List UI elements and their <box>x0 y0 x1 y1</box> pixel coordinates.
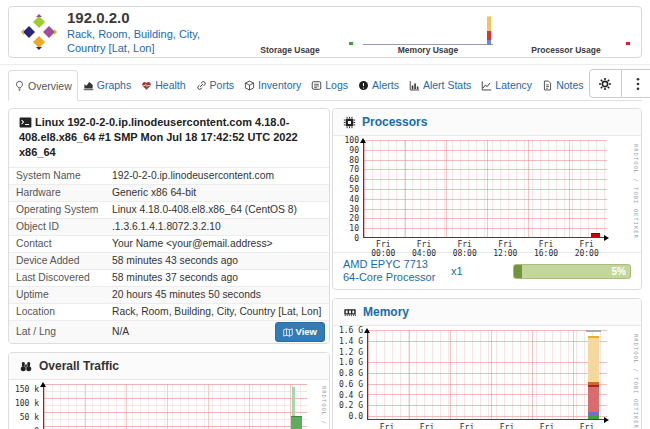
tick-label: 0.6 G <box>333 380 363 391</box>
tick-label: 80 <box>333 156 359 166</box>
table-row: Device Added 58 minutes 43 seconds ago <box>9 252 329 269</box>
table-row: Uptime 20 hours 45 minutes 50 seconds <box>9 286 329 303</box>
tab-overview[interactable]: Overview <box>8 70 78 101</box>
header-mini-graphs: Storage Usage Memory Usage Processor Usa… <box>221 7 635 57</box>
progress-percent: 5% <box>612 265 626 278</box>
processors-panel: Processors 1009080706050403020100 Fri 00… <box>332 108 642 290</box>
table-row-lat-lng: Lat / Lng N/A View <box>9 320 329 343</box>
microchip-icon <box>343 116 356 129</box>
header-separator <box>0 64 650 65</box>
overall-traffic-title: Overall Traffic <box>39 359 119 373</box>
memory-usage-data-mark <box>487 16 491 45</box>
tick-label: 1.4 G <box>333 337 363 348</box>
heartbeat-icon <box>141 80 152 91</box>
tab-label: Inventory <box>258 79 301 91</box>
memory-usage-sparkline <box>363 12 493 45</box>
memory-usage-stack <box>588 336 599 419</box>
tick-label: 20 <box>333 214 359 224</box>
settings-button[interactable] <box>589 69 622 98</box>
tick-label: 0.8 G <box>333 369 363 380</box>
row-value: 20 hours 45 minutes 50 seconds <box>112 287 329 303</box>
line-chart-icon <box>481 80 492 91</box>
tab-notes[interactable]: Notes <box>537 70 588 100</box>
tick-label: 1.6 G <box>333 326 363 337</box>
tab-health[interactable]: Health <box>136 70 190 100</box>
tick-label: 30 <box>333 205 359 215</box>
overall-traffic-graph[interactable]: 150 k100 k50 k0 RRDTOOL / TOBI OETIKER <box>9 380 329 429</box>
row-label: Contact <box>9 236 112 252</box>
device-title: 192.0.2.0 <box>67 9 221 27</box>
tab-alerts[interactable]: Alerts <box>353 70 404 100</box>
tick-label: 50 k <box>9 411 39 425</box>
tick-label: Fri 12:00 <box>485 240 526 258</box>
memory-icon <box>343 306 357 319</box>
memory-graph[interactable]: 1.6 G1.4 G1.2 G1.0 G0.8 G0.6 G0.4 G0.2 G… <box>333 326 641 429</box>
row-label: Object ID <box>9 219 112 235</box>
processor-usage-label: Processor Usage <box>497 45 635 55</box>
tab-ports[interactable]: Ports <box>191 70 240 100</box>
row-label: System Name <box>9 168 112 184</box>
tick-label: 1.0 G <box>333 358 363 369</box>
row-label: Operating System <box>9 202 112 218</box>
tab-alert-stats[interactable]: Alert Stats <box>404 70 476 100</box>
row-value: Linux 4.18.0-408.el8.x86_64 (CentOS 8) <box>112 202 329 218</box>
processors-graph[interactable]: 1009080706050403020100 Fri 00:00Fri 04:0… <box>333 136 641 252</box>
system-info-table: System Name 192-0-2-0.ip.linodeuserconte… <box>9 167 329 343</box>
memory-usage-minigraph[interactable]: Memory Usage <box>359 9 497 57</box>
memory-spark-buffers-segment <box>487 16 491 31</box>
link-icon <box>196 80 207 91</box>
device-location-link[interactable]: Rack, Room, Building, City, Country [Lat… <box>67 27 221 55</box>
memory-free-segment <box>588 416 599 419</box>
tick-label: 0 <box>333 234 359 244</box>
x-axis-labels: Fri 00:00Fri 04:00Fri 08:00Fri 12:00Fri … <box>363 240 607 258</box>
tick-label: 40 <box>333 195 359 205</box>
x-axis-labels: Fri 00:00Fri 04:00Fri 08:00Fri 12:00Fri … <box>367 423 607 429</box>
storage-usage-label: Storage Usage <box>221 45 359 55</box>
tick-label: Fri 20:00 <box>567 423 607 429</box>
tick-label: Fri 16:00 <box>526 240 567 258</box>
device-titles: 192.0.2.0 Rack, Room, Building, City, Co… <box>67 9 221 55</box>
tab-latency[interactable]: Latency <box>476 70 537 100</box>
tab-label: Notes <box>556 79 583 91</box>
cpu-count: x1 <box>451 265 463 277</box>
cube-icon <box>244 80 255 91</box>
storage-usage-minigraph[interactable]: Storage Usage <box>221 9 359 57</box>
memory-title: Memory <box>363 305 409 319</box>
view-map-button[interactable]: View <box>275 322 325 342</box>
tab-logs[interactable]: Logs <box>306 70 353 100</box>
tick-label: Fri 12:00 <box>487 423 527 429</box>
gear-icon <box>598 77 612 91</box>
tick-label: Fri 04:00 <box>404 240 445 258</box>
tab-label: Alerts <box>372 79 399 91</box>
centos-logo <box>21 14 57 50</box>
plot-area <box>367 330 607 420</box>
processor-usage-minigraph[interactable]: Processor Usage <box>497 9 635 57</box>
memory-buffers-segment <box>588 336 599 382</box>
more-options-button[interactable] <box>622 69 650 98</box>
row-label: Lat / Lng <box>9 324 112 340</box>
tick-label: 1.2 G <box>333 348 363 359</box>
tab-toolbar <box>589 69 650 98</box>
tab-graphs[interactable]: Graphs <box>78 70 136 100</box>
processor-usage-sparkline <box>501 12 631 45</box>
tick-label: 10 <box>333 224 359 234</box>
y-axis-labels: 1.6 G1.4 G1.2 G1.0 G0.8 G0.6 G0.4 G0.2 G… <box>333 326 363 423</box>
cpu-name-link[interactable]: AMD EPYC 7713 64-Core Processor <box>343 258 443 284</box>
tab-label: Health <box>155 79 185 91</box>
traffic-inbound-mark <box>291 416 302 429</box>
tab-inventory[interactable]: Inventory <box>239 70 306 100</box>
memory-total-mark <box>586 330 601 332</box>
table-row: Contact Your Name <your@email.address> <box>9 235 329 252</box>
processors-header[interactable]: Processors <box>333 109 641 136</box>
device-tab-bar: Overview Graphs Health Ports Inventor <box>8 70 642 101</box>
right-column: Processors 1009080706050403020100 Fri 00… <box>332 108 642 429</box>
tick-label: 70 <box>333 165 359 175</box>
row-value: Generic x86 64-bit <box>112 185 329 201</box>
memory-header[interactable]: Memory <box>333 299 641 326</box>
y-axis-labels: 150 k100 k50 k0 <box>9 383 39 429</box>
storage-usage-sparkline <box>225 12 355 45</box>
row-value: 58 minutes 37 seconds ago <box>112 270 329 286</box>
tick-label: 0.4 G <box>333 391 363 402</box>
cpu-usage-mark <box>591 233 600 237</box>
lightbulb-icon <box>14 80 25 92</box>
